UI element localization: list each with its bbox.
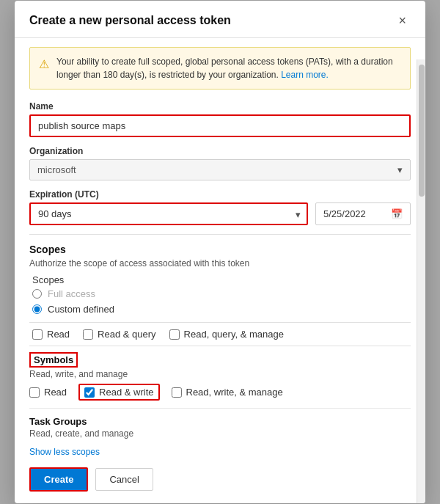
expiry-date-value: 5/25/2022	[323, 208, 366, 219]
org-label: Organization	[29, 146, 411, 156]
form-body: Name Organization microsoft ▾ Expiration…	[15, 98, 425, 503]
scopes-title: Scopes	[29, 244, 411, 255]
expiry-row: 90 days 30 days 60 days Custom ▾ 5/25/20…	[29, 202, 411, 225]
modal-dialog: Create a new personal access token × ⚠ Y…	[15, 1, 425, 503]
expiry-group: Expiration (UTC) 90 days 30 days 60 days…	[29, 189, 411, 225]
custom-defined-radio[interactable]	[32, 304, 42, 314]
read-query-manage-checkbox-item[interactable]: Read, query, & manage	[169, 329, 284, 340]
calendar-icon: 📅	[391, 208, 403, 219]
scopes-label-row: Scopes	[32, 274, 411, 285]
warning-icon: ⚠	[39, 56, 49, 81]
read-query-manage-checkbox[interactable]	[169, 329, 180, 340]
symbols-checkboxes: Read Read & write Read, write, & manage	[29, 384, 411, 401]
expiry-label: Expiration (UTC)	[29, 189, 411, 200]
expiry-select[interactable]: 90 days 30 days 60 days Custom	[29, 202, 308, 225]
separator-2	[29, 346, 411, 346]
symbols-read-write-manage-label: Read, write, & manage	[186, 387, 283, 398]
symbols-read-write-label: Read & write	[99, 387, 153, 398]
expiry-date-input[interactable]: 5/25/2022 📅	[315, 202, 411, 225]
symbols-read-label: Read	[44, 387, 67, 398]
show-less-scopes-link[interactable]: Show less scopes	[29, 447, 100, 457]
symbols-read-write-checkbox-item[interactable]: Read & write	[78, 384, 159, 401]
read-query-manage-label: Read, query, & manage	[184, 329, 284, 340]
expiry-select-wrap: 90 days 30 days 60 days Custom ▾	[29, 202, 308, 225]
cancel-button[interactable]: Cancel	[95, 468, 153, 491]
read-query-checkbox-item[interactable]: Read & query	[83, 329, 156, 340]
name-group: Name	[29, 101, 411, 137]
symbols-read-write-manage-checkbox-item[interactable]: Read, write, & manage	[172, 387, 283, 398]
task-groups-desc: Read, create, and manage	[29, 428, 411, 439]
name-input[interactable]	[29, 114, 411, 137]
read-query-checkbox[interactable]	[83, 329, 93, 340]
symbols-title: Symbols	[29, 352, 78, 368]
symbols-read-checkbox[interactable]	[29, 387, 40, 398]
scrollbar-thumb	[419, 65, 425, 197]
org-select[interactable]: microsoft ▾	[29, 159, 411, 180]
modal-header: Create a new personal access token ×	[15, 1, 425, 38]
read-query-label: Read & query	[98, 329, 156, 340]
symbols-read-write-manage-checkbox[interactable]	[172, 387, 182, 398]
task-groups-title: Task Groups	[29, 416, 411, 427]
scopes-field-label: Scopes	[32, 274, 64, 285]
separator	[29, 322, 411, 323]
scrollbar[interactable]	[417, 59, 425, 503]
modal-overlay: Create a new personal access token × ⚠ Y…	[0, 0, 440, 504]
actions-row: Create Cancel	[29, 467, 411, 492]
read-checkbox-item[interactable]: Read	[32, 329, 70, 340]
full-access-radio-row[interactable]: Full access	[32, 288, 411, 299]
task-groups-block: Task Groups Read, create, and manage	[29, 416, 411, 439]
symbols-block: Symbols Read, write, and manage Read Rea…	[29, 352, 411, 409]
scope-radio-group: Full access Custom defined	[32, 288, 411, 315]
chevron-down-icon: ▾	[397, 164, 403, 175]
learn-more-link[interactable]: Learn more.	[281, 70, 329, 80]
symbols-desc: Read, write, and manage	[29, 369, 411, 379]
symbols-read-write-checkbox[interactable]	[84, 387, 95, 398]
scopes-subtitle: Authorize the scope of access associated…	[29, 258, 411, 269]
org-group: Organization microsoft ▾	[29, 146, 411, 180]
scopes-section: Scopes Authorize the scope of access ass…	[29, 234, 411, 492]
name-label: Name	[29, 101, 411, 112]
scope-checkboxes-row: Read Read & query Read, query, & manage	[32, 329, 411, 340]
modal-title: Create a new personal access token	[29, 14, 231, 27]
full-access-label: Full access	[48, 288, 95, 299]
read-label: Read	[47, 329, 70, 340]
warning-text: Your ability to create full scoped, glob…	[56, 55, 401, 81]
org-value: microsoft	[37, 164, 76, 175]
create-button[interactable]: Create	[29, 467, 88, 492]
custom-defined-label: Custom defined	[48, 304, 114, 315]
warning-banner: ⚠ Your ability to create full scoped, gl…	[29, 47, 411, 90]
symbols-read-checkbox-item[interactable]: Read	[29, 387, 67, 398]
read-checkbox[interactable]	[32, 329, 43, 340]
custom-defined-radio-row[interactable]: Custom defined	[32, 304, 411, 315]
close-button[interactable]: ×	[394, 12, 411, 29]
full-access-radio[interactable]	[32, 289, 42, 299]
